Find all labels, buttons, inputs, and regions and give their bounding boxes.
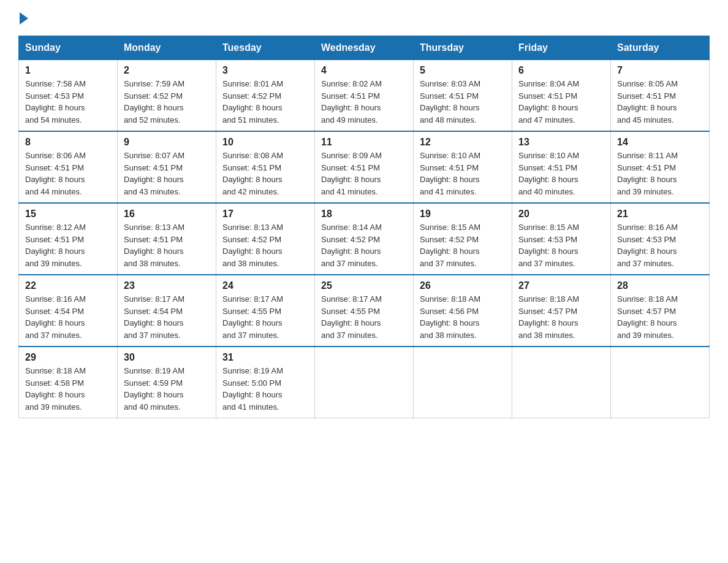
- day-info: Sunrise: 7:59 AMSunset: 4:52 PMDaylight:…: [124, 78, 210, 126]
- day-number: 2: [124, 65, 210, 76]
- calendar-cell: 23 Sunrise: 8:17 AMSunset: 4:54 PMDaylig…: [118, 275, 216, 347]
- day-info: Sunrise: 8:19 AMSunset: 5:00 PMDaylight:…: [222, 365, 308, 413]
- calendar-cell: 30 Sunrise: 8:19 AMSunset: 4:59 PMDaylig…: [118, 347, 216, 418]
- column-header-monday: Monday: [118, 36, 216, 60]
- day-number: 19: [420, 209, 506, 220]
- week-row-5: 29 Sunrise: 8:18 AMSunset: 4:58 PMDaylig…: [19, 347, 710, 418]
- day-info: Sunrise: 8:11 AMSunset: 4:51 PMDaylight:…: [617, 150, 703, 197]
- calendar-cell: 1 Sunrise: 7:58 AMSunset: 4:53 PMDayligh…: [19, 60, 118, 132]
- day-info: Sunrise: 8:03 AMSunset: 4:51 PMDaylight:…: [420, 78, 506, 126]
- calendar-cell: 20 Sunrise: 8:15 AMSunset: 4:53 PMDaylig…: [512, 203, 611, 275]
- calendar-cell: 21 Sunrise: 8:16 AMSunset: 4:53 PMDaylig…: [611, 203, 710, 275]
- day-number: 7: [617, 65, 703, 76]
- day-number: 6: [518, 65, 604, 76]
- day-number: 29: [25, 352, 111, 363]
- calendar-cell: 14 Sunrise: 8:11 AMSunset: 4:51 PMDaylig…: [611, 131, 710, 203]
- day-number: 10: [222, 137, 308, 148]
- day-info: Sunrise: 8:15 AMSunset: 4:53 PMDaylight:…: [518, 221, 604, 269]
- column-header-friday: Friday: [512, 36, 611, 60]
- day-info: Sunrise: 8:13 AMSunset: 4:51 PMDaylight:…: [124, 221, 210, 269]
- day-info: Sunrise: 8:09 AMSunset: 4:51 PMDaylight:…: [321, 150, 407, 197]
- day-info: Sunrise: 8:18 AMSunset: 4:58 PMDaylight:…: [25, 365, 111, 413]
- calendar-cell: 26 Sunrise: 8:18 AMSunset: 4:56 PMDaylig…: [414, 275, 512, 347]
- day-info: Sunrise: 8:10 AMSunset: 4:51 PMDaylight:…: [518, 150, 604, 197]
- calendar-cell: 10 Sunrise: 8:08 AMSunset: 4:51 PMDaylig…: [216, 131, 315, 203]
- calendar-cell: 12 Sunrise: 8:10 AMSunset: 4:51 PMDaylig…: [414, 131, 512, 203]
- day-number: 9: [124, 137, 210, 148]
- day-info: Sunrise: 8:16 AMSunset: 4:54 PMDaylight:…: [25, 293, 111, 341]
- calendar-cell: [315, 347, 414, 418]
- column-header-wednesday: Wednesday: [315, 36, 414, 60]
- day-number: 16: [124, 209, 210, 220]
- day-number: 1: [25, 65, 111, 76]
- day-info: Sunrise: 8:02 AMSunset: 4:51 PMDaylight:…: [321, 78, 407, 126]
- day-number: 27: [518, 280, 604, 291]
- day-info: Sunrise: 8:18 AMSunset: 4:57 PMDaylight:…: [518, 293, 604, 341]
- day-number: 15: [25, 209, 111, 220]
- calendar-cell: 25 Sunrise: 8:17 AMSunset: 4:55 PMDaylig…: [315, 275, 414, 347]
- day-info: Sunrise: 8:18 AMSunset: 4:56 PMDaylight:…: [420, 293, 506, 341]
- day-number: 8: [25, 137, 111, 148]
- day-number: 23: [124, 280, 210, 291]
- calendar-cell: 29 Sunrise: 8:18 AMSunset: 4:58 PMDaylig…: [19, 347, 118, 418]
- calendar-cell: 27 Sunrise: 8:18 AMSunset: 4:57 PMDaylig…: [512, 275, 611, 347]
- column-header-sunday: Sunday: [19, 36, 118, 60]
- day-info: Sunrise: 8:14 AMSunset: 4:52 PMDaylight:…: [321, 221, 407, 269]
- calendar-cell: 8 Sunrise: 8:06 AMSunset: 4:51 PMDayligh…: [19, 131, 118, 203]
- day-number: 11: [321, 137, 407, 148]
- page-header: [18, 12, 710, 25]
- calendar-cell: 11 Sunrise: 8:09 AMSunset: 4:51 PMDaylig…: [315, 131, 414, 203]
- day-number: 25: [321, 280, 407, 291]
- day-info: Sunrise: 8:13 AMSunset: 4:52 PMDaylight:…: [222, 221, 308, 269]
- day-number: 30: [124, 352, 210, 363]
- days-header-row: SundayMondayTuesdayWednesdayThursdayFrid…: [19, 36, 710, 60]
- calendar-cell: 17 Sunrise: 8:13 AMSunset: 4:52 PMDaylig…: [216, 203, 315, 275]
- day-number: 5: [420, 65, 506, 76]
- day-info: Sunrise: 8:07 AMSunset: 4:51 PMDaylight:…: [124, 150, 210, 197]
- calendar-cell: 16 Sunrise: 8:13 AMSunset: 4:51 PMDaylig…: [118, 203, 216, 275]
- day-info: Sunrise: 8:10 AMSunset: 4:51 PMDaylight:…: [420, 150, 506, 197]
- day-info: Sunrise: 8:17 AMSunset: 4:55 PMDaylight:…: [321, 293, 407, 341]
- calendar-cell: [512, 347, 611, 418]
- day-info: Sunrise: 8:08 AMSunset: 4:51 PMDaylight:…: [222, 150, 308, 197]
- week-row-2: 8 Sunrise: 8:06 AMSunset: 4:51 PMDayligh…: [19, 131, 710, 203]
- calendar-cell: 18 Sunrise: 8:14 AMSunset: 4:52 PMDaylig…: [315, 203, 414, 275]
- day-number: 17: [222, 209, 308, 220]
- day-info: Sunrise: 8:16 AMSunset: 4:53 PMDaylight:…: [617, 221, 703, 269]
- column-header-thursday: Thursday: [414, 36, 512, 60]
- day-number: 31: [222, 352, 308, 363]
- day-info: Sunrise: 8:19 AMSunset: 4:59 PMDaylight:…: [124, 365, 210, 413]
- day-number: 28: [617, 280, 703, 291]
- logo-arrow-icon: [20, 12, 28, 25]
- day-number: 26: [420, 280, 506, 291]
- calendar-cell: 15 Sunrise: 8:12 AMSunset: 4:51 PMDaylig…: [19, 203, 118, 275]
- calendar-cell: [611, 347, 710, 418]
- column-header-saturday: Saturday: [611, 36, 710, 60]
- calendar-cell: 5 Sunrise: 8:03 AMSunset: 4:51 PMDayligh…: [414, 60, 512, 132]
- day-number: 13: [518, 137, 604, 148]
- calendar-cell: 4 Sunrise: 8:02 AMSunset: 4:51 PMDayligh…: [315, 60, 414, 132]
- calendar-cell: 22 Sunrise: 8:16 AMSunset: 4:54 PMDaylig…: [19, 275, 118, 347]
- day-info: Sunrise: 8:05 AMSunset: 4:51 PMDaylight:…: [617, 78, 703, 126]
- day-number: 18: [321, 209, 407, 220]
- day-info: Sunrise: 8:17 AMSunset: 4:54 PMDaylight:…: [124, 293, 210, 341]
- logo: [18, 12, 29, 25]
- calendar-table: SundayMondayTuesdayWednesdayThursdayFrid…: [18, 36, 710, 418]
- calendar-cell: 3 Sunrise: 8:01 AMSunset: 4:52 PMDayligh…: [216, 60, 315, 132]
- day-number: 22: [25, 280, 111, 291]
- calendar-cell: 13 Sunrise: 8:10 AMSunset: 4:51 PMDaylig…: [512, 131, 611, 203]
- day-number: 20: [518, 209, 604, 220]
- week-row-3: 15 Sunrise: 8:12 AMSunset: 4:51 PMDaylig…: [19, 203, 710, 275]
- day-info: Sunrise: 8:01 AMSunset: 4:52 PMDaylight:…: [222, 78, 308, 126]
- calendar-cell: 31 Sunrise: 8:19 AMSunset: 5:00 PMDaylig…: [216, 347, 315, 418]
- day-info: Sunrise: 8:04 AMSunset: 4:51 PMDaylight:…: [518, 78, 604, 126]
- week-row-4: 22 Sunrise: 8:16 AMSunset: 4:54 PMDaylig…: [19, 275, 710, 347]
- calendar-cell: 6 Sunrise: 8:04 AMSunset: 4:51 PMDayligh…: [512, 60, 611, 132]
- day-info: Sunrise: 8:18 AMSunset: 4:57 PMDaylight:…: [617, 293, 703, 341]
- day-number: 21: [617, 209, 703, 220]
- day-number: 12: [420, 137, 506, 148]
- day-info: Sunrise: 8:17 AMSunset: 4:55 PMDaylight:…: [222, 293, 308, 341]
- calendar-cell: 28 Sunrise: 8:18 AMSunset: 4:57 PMDaylig…: [611, 275, 710, 347]
- day-number: 14: [617, 137, 703, 148]
- week-row-1: 1 Sunrise: 7:58 AMSunset: 4:53 PMDayligh…: [19, 60, 710, 132]
